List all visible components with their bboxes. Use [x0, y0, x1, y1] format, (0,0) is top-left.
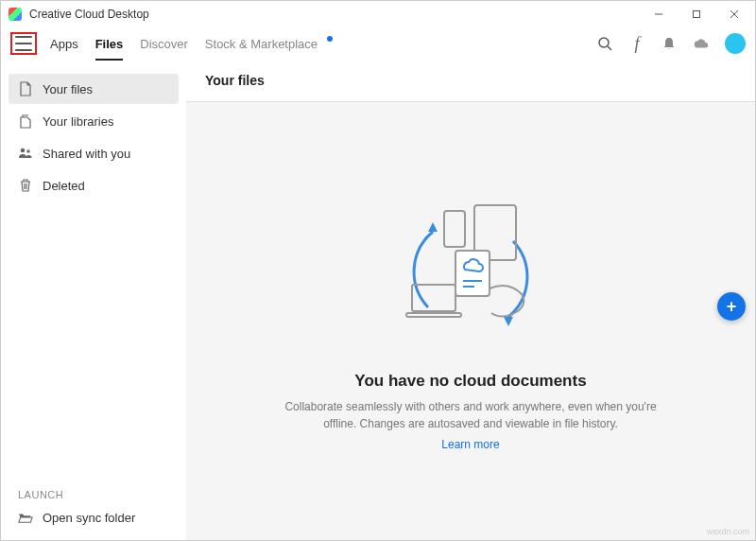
- sidebar-item-label: Shared with you: [43, 147, 130, 161]
- sidebar-item-label: Your files: [43, 82, 93, 96]
- account-avatar[interactable]: [725, 33, 746, 54]
- libraries-icon: [18, 113, 33, 129]
- file-icon: [18, 81, 33, 96]
- tab-apps[interactable]: Apps: [50, 31, 78, 57]
- tab-discover[interactable]: Discover: [140, 31, 188, 57]
- main-header: Your files: [186, 60, 755, 102]
- bell-icon: [662, 36, 677, 51]
- app-logo-icon: [9, 8, 22, 21]
- folder-open-icon: [18, 510, 33, 525]
- learn-more-link[interactable]: Learn more: [441, 438, 499, 451]
- cloud-documents-illustration-icon: [376, 194, 565, 355]
- svg-point-7: [26, 149, 29, 152]
- tab-files[interactable]: Files: [95, 31, 124, 57]
- sidebar-item-shared[interactable]: Shared with you: [9, 138, 179, 168]
- empty-subtitle: Collaborate seamlessly with others and w…: [282, 398, 660, 432]
- navbar: Apps Files Discover Stock & Marketplace …: [1, 27, 755, 60]
- plus-icon: +: [727, 297, 737, 317]
- svg-rect-10: [444, 211, 465, 247]
- launch-section-label: LAUNCH: [1, 480, 186, 504]
- sidebar-item-label: Your libraries: [43, 114, 113, 129]
- add-button[interactable]: +: [717, 292, 746, 321]
- empty-state: You have no cloud documents Collaborate …: [186, 102, 755, 541]
- trash-icon: [18, 178, 33, 193]
- svg-point-4: [599, 38, 609, 47]
- cloud-icon: [693, 37, 710, 50]
- notifications-button[interactable]: [661, 35, 678, 52]
- sidebar-item-label: Deleted: [43, 179, 85, 193]
- window-title: Creative Cloud Desktop: [29, 8, 149, 21]
- search-button[interactable]: [596, 35, 613, 52]
- minimize-button[interactable]: [640, 1, 678, 27]
- svg-line-5: [608, 46, 611, 50]
- search-icon: [597, 36, 612, 51]
- update-dot-icon: [327, 36, 333, 42]
- titlebar: Creative Cloud Desktop: [1, 1, 755, 27]
- cloud-sync-button[interactable]: [693, 35, 710, 52]
- maximize-icon: [692, 9, 701, 19]
- fonts-button[interactable]: f: [628, 35, 645, 52]
- svg-marker-9: [504, 317, 513, 326]
- main-panel: Your files: [186, 60, 755, 541]
- sidebar-item-deleted[interactable]: Deleted: [9, 170, 179, 201]
- window-controls: [640, 1, 753, 27]
- close-button[interactable]: [715, 1, 753, 27]
- tab-stock[interactable]: Stock & Marketplace: [205, 31, 318, 57]
- sidebar: Your files Your libraries Shared with yo…: [1, 60, 186, 541]
- open-sync-folder[interactable]: Open sync folder: [1, 504, 186, 541]
- hamburger-icon: [15, 36, 32, 38]
- empty-title: You have no cloud documents: [354, 372, 586, 391]
- titlebar-left: Creative Cloud Desktop: [9, 8, 149, 21]
- maximize-button[interactable]: [678, 1, 715, 27]
- close-icon: [730, 9, 739, 19]
- people-icon: [18, 146, 33, 161]
- sidebar-item-your-libraries[interactable]: Your libraries: [9, 106, 179, 136]
- menu-button[interactable]: [15, 36, 32, 51]
- hamburger-highlight: [10, 32, 37, 55]
- svg-rect-14: [455, 251, 490, 296]
- svg-rect-13: [406, 313, 461, 317]
- body: Your files Your libraries Shared with yo…: [1, 60, 755, 541]
- svg-rect-1: [694, 11, 700, 18]
- top-tabs: Apps Files Discover Stock & Marketplace: [50, 31, 333, 57]
- svg-marker-8: [428, 222, 438, 232]
- open-sync-label: Open sync folder: [43, 511, 135, 525]
- svg-point-6: [21, 148, 26, 153]
- svg-rect-12: [412, 285, 455, 311]
- nav-right: f: [596, 33, 746, 54]
- sidebar-item-your-files[interactable]: Your files: [9, 74, 179, 104]
- watermark: wsxdn.com: [707, 527, 749, 536]
- minimize-icon: [654, 9, 663, 19]
